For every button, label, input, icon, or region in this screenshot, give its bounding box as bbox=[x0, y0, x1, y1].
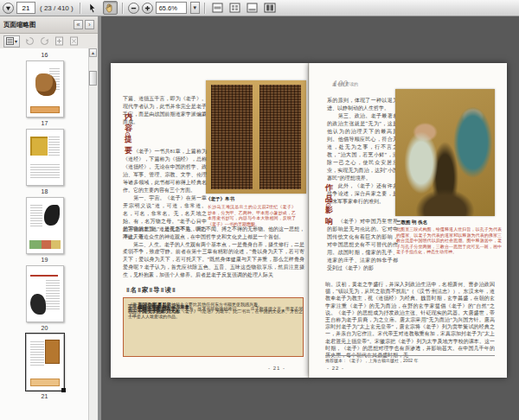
scrollbar-thumb[interactable] bbox=[89, 71, 97, 86]
page-number-input[interactable] bbox=[16, 2, 35, 14]
body-column-text: 《老子》对中国乃至世界的影响是无与伦比的。它对中国传统文化有着巨大的影响，对中国… bbox=[327, 218, 398, 272]
page-number-21: - 21 - bbox=[268, 366, 285, 371]
rotate-left-icon[interactable] bbox=[25, 36, 35, 46]
pdf-reader-window: ( 23 / 410 ) 65.6% ▼ bbox=[0, 0, 519, 420]
book-page-21: 下篇、道德五千言，即为《老子》。现代学者认为，此书并非完全是老子手定，而是由战国… bbox=[111, 63, 309, 378]
thumb-label-16: 16 bbox=[42, 51, 48, 59]
intro-paragraph: 下篇、道德五千言，即为《老子》。现代学者认为，此书并非完全是老子手定，而是由战国… bbox=[123, 95, 207, 126]
manuscript-strip bbox=[211, 85, 253, 189]
insert-page-icon[interactable] bbox=[54, 36, 64, 46]
chevron-down-icon: ▼ bbox=[192, 5, 197, 10]
single-page-button[interactable] bbox=[245, 1, 260, 15]
thumbnails-panel: 页面缩略图 « › ▾ 16 17 bbox=[0, 16, 101, 420]
thumbnail-list: 16 17 18 19 bbox=[0, 48, 98, 420]
toolbar-divider bbox=[204, 3, 206, 14]
thumb-label-17: 17 bbox=[42, 119, 48, 127]
panel-expand-button[interactable]: › bbox=[85, 20, 94, 29]
thumbnail-page-18[interactable] bbox=[26, 129, 64, 186]
fit-page-button[interactable] bbox=[227, 1, 242, 15]
thumb-label-18: 18 bbox=[42, 188, 48, 195]
zoom-out-button[interactable] bbox=[128, 3, 139, 14]
famous-readers-heading: ‖名‖家‖导‖读‖ bbox=[126, 286, 176, 295]
body-column-text: 系的原则，体现了一种以退为进、以静制动的人生哲学。 第三、政治。老子最著名的政治… bbox=[327, 97, 398, 206]
zoom-in-button[interactable] bbox=[142, 3, 153, 14]
toolbar-divider bbox=[80, 3, 81, 14]
thumbnail-page-20[interactable] bbox=[26, 265, 64, 322]
toolbar-divider bbox=[122, 3, 124, 14]
body-fullwidth-text: 是万物的本源，道是视之不见、听之不闻、搏之不得的无形物。他的这一思想，冲破天帝造… bbox=[123, 226, 304, 279]
thumb-label-20: 20 bbox=[42, 324, 48, 332]
zoom-level-value: 65.6% bbox=[159, 4, 177, 12]
figure-caption: 《老子》帛书 bbox=[206, 196, 234, 202]
minus-icon bbox=[131, 5, 137, 11]
rotate-right-icon[interactable] bbox=[40, 36, 49, 46]
silk-manuscript-image bbox=[206, 80, 306, 194]
three-teachings-painting bbox=[395, 89, 495, 216]
fit-width-icon bbox=[212, 3, 223, 13]
figure-note: 此图呈三段式构图，绘儒释道人世归旨，以孔子为代表的儒家、以老子为代表的道家和以释… bbox=[396, 226, 502, 255]
fit-width-button[interactable] bbox=[210, 1, 225, 15]
thumbnail-scrollbar[interactable]: ▲ bbox=[88, 48, 98, 420]
figure-caption: 三教图 明 佚名 bbox=[396, 220, 427, 226]
running-header-text: 本 书 bbox=[332, 81, 342, 86]
chevron-down-icon: ▾ bbox=[15, 38, 17, 44]
thumbnails-panel-title: 页面缩略图 bbox=[3, 21, 72, 29]
thumbnails-toolbar: ▾ bbox=[0, 34, 98, 49]
famous-readers-quote-box: —— 美国 作家 奥尼尔 《老子》和《庄子》的神秘主义要比其他任何东方书籍更使我… bbox=[123, 297, 304, 357]
figure-note: 长沙马王堆汉墓出土的公元前2世纪《老子》抄本，分为甲、乙两种。甲本用小篆抄成，乙… bbox=[208, 204, 296, 226]
document-canvas[interactable]: 下篇、道德五千言，即为《老子》。现代学者认为，此书并非完全是老子手定，而是由战国… bbox=[101, 16, 519, 420]
next-page-button[interactable] bbox=[3, 3, 14, 14]
thumbnail-page-17[interactable] bbox=[26, 60, 64, 118]
thumb-label-21: 21 bbox=[42, 392, 48, 400]
page-number-22: - 22 - bbox=[327, 366, 344, 371]
thumbnails-panel-header: 页面缩略图 « › bbox=[0, 16, 98, 34]
page-count-label: ( 23 / 410 ) bbox=[40, 4, 74, 12]
hand-tool-button[interactable] bbox=[103, 1, 118, 15]
cursor-arrow-icon bbox=[88, 3, 98, 13]
recommended-edition-footnote: 推荐版本：《老子》，上海古籍出版社，2002 年 bbox=[325, 355, 495, 363]
thumb-label-19: 19 bbox=[42, 256, 48, 264]
thumbnail-page-19[interactable] bbox=[26, 197, 64, 254]
thumbnail-options-icon bbox=[6, 37, 14, 45]
thumbnail-column: 16 17 18 19 bbox=[0, 48, 89, 401]
selection-handle bbox=[61, 388, 66, 392]
zoom-dropdown-button[interactable]: ▼ bbox=[190, 2, 200, 14]
single-page-icon bbox=[247, 3, 258, 13]
scrollbar-up-button[interactable]: ▲ bbox=[89, 48, 97, 57]
book-page-22: 人一生要读的 100 本 书 系的原则，体现了一种以退为进、以静制动的人生哲学。… bbox=[309, 63, 507, 378]
manuscript-strip bbox=[260, 85, 301, 189]
down-arrow-icon bbox=[5, 5, 11, 11]
facing-pages-icon bbox=[264, 3, 276, 13]
thumbnail-page-21[interactable] bbox=[26, 334, 64, 391]
panel-collapse-button[interactable]: « bbox=[74, 20, 83, 29]
fit-page-icon bbox=[229, 3, 240, 13]
zoom-level-display[interactable]: 65.6% bbox=[156, 2, 187, 14]
plus-icon bbox=[144, 5, 151, 11]
delete-page-icon[interactable] bbox=[69, 36, 79, 46]
running-header: 人一生要读的 100 本 书 bbox=[332, 81, 347, 86]
main-toolbar: ( 23 / 410 ) 65.6% ▼ bbox=[0, 0, 519, 16]
body-fullwidth-text: 响。汉初，黄老之学盛行，并深入到政治生活中，名相萧何、曹参治政因循，“镇以无为，… bbox=[325, 281, 495, 359]
thumbnail-options-button[interactable]: ▾ bbox=[3, 35, 20, 48]
facing-pages-button[interactable] bbox=[262, 1, 278, 15]
hand-icon bbox=[105, 3, 115, 13]
select-tool-button[interactable] bbox=[86, 1, 100, 15]
